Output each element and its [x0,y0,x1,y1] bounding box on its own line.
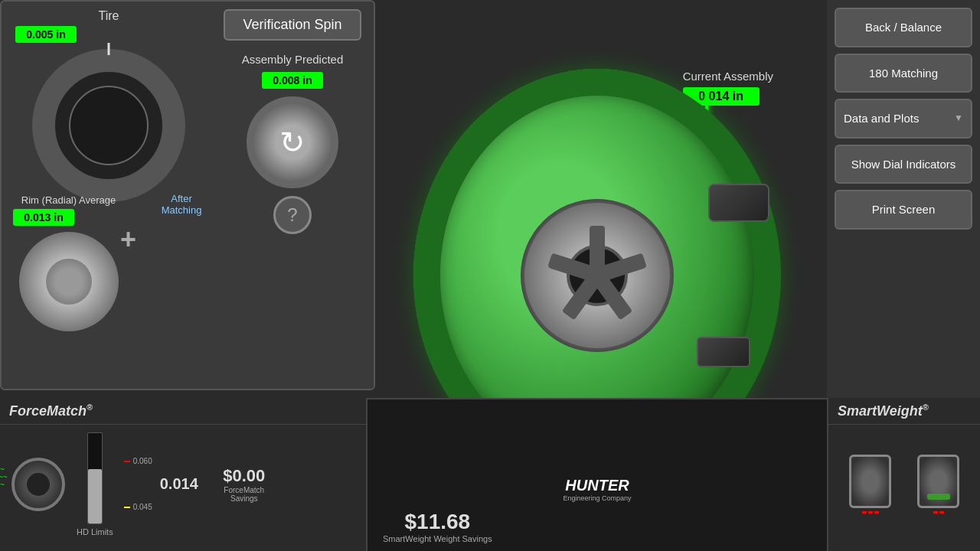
assembly-predicted-label: Assembly Predicted [220,52,365,67]
sw-tire-right [917,455,959,514]
center-bottom: HUNTER Engineering Company $11.68 SmartW… [368,398,827,551]
show-dial-indicators-button[interactable]: Show Dial Indicators [835,145,972,184]
red-dash-icon [874,511,879,514]
green-weight-indicator [927,494,950,500]
rim-value: 0.013 in [13,209,74,226]
sw-tire-left [849,455,891,514]
fm-savings-value: $0.00 [214,466,275,486]
tire-value: 0.005 in [15,26,77,43]
current-assembly-label: Current Assembly 0.014 in [683,69,773,106]
red-dash-icon [939,511,944,514]
savings-row: $11.68 SmartWeight Weight Savings [368,510,827,543]
gauge-marker-low: 0.045 [124,503,152,511]
gauge-container: HD Limits [77,432,113,536]
red-indicator-high [124,461,130,462]
hunter-logo: HUNTER Engineering Company [547,469,646,510]
verification-section: Verification Spin Assembly Predicted 0.0… [220,9,365,242]
fm-savings-label: ForceMatch Savings [214,486,275,503]
smartweight-savings-value: $11.68 [383,510,492,534]
rim-circle [19,232,119,331]
bottom-bar: ForceMatch® ~ ~~ ~ HD Limits [0,398,980,551]
gauge-bar [87,432,103,524]
tire-circle [32,49,185,202]
hd-limits-label: HD Limits [77,527,113,536]
back-balance-button[interactable]: Back / Balance [835,8,972,47]
smartweight-savings-label: SmartWeight Weight Savings [383,534,492,543]
gauge-fill [88,469,102,523]
forcematch-panel: ForceMatch® ~ ~~ ~ HD Limits [0,398,368,551]
red-dash-icon [862,511,867,514]
tire-section: Tire 0.005 in [9,9,208,208]
matching-180-button[interactable]: 180 Matching [835,54,972,93]
spinning-wheel [247,96,338,188]
smartweight-content [828,425,980,543]
forcematch-title: ForceMatch® [0,398,366,425]
data-plots-button[interactable]: Data and Plots ▼ [835,99,972,139]
smartweight-title: SmartWeight® [828,398,980,425]
yellow-indicator [124,507,130,508]
red-dashes-right [933,511,944,514]
verification-spin-button[interactable]: Verification Spin [224,9,361,41]
fm-savings: $0.00 ForceMatch Savings [214,466,275,503]
sensor-device-top [708,184,769,222]
rim-section: Rim (Radial) Average 0.013 in [13,194,124,337]
help-button[interactable]: ? [273,196,312,234]
dropdown-arrow-icon: ▼ [954,112,963,125]
plus-icon: + [120,223,136,256]
red-dash-icon [868,511,873,514]
smartweight-panel: SmartWeight® [827,398,980,551]
red-dashes-left [862,511,879,514]
sensor-device-bottom [697,337,750,367]
rim-label: Rim (Radial) Average [13,194,124,206]
print-screen-button[interactable]: Print Screen [835,190,972,230]
smartweight-savings-item: $11.68 SmartWeight Weight Savings [383,510,492,543]
red-dash-icon [933,511,938,514]
fm-value: 0.014 [160,475,198,493]
after-matching-label: After Matching [155,193,208,216]
gauge-markers: 0.060 0.045 [124,439,152,530]
rim-inner [46,259,92,305]
assembly-value: 0.008 in [262,72,323,89]
left-panel: Tire 0.005 in Rim (Radial) Average 0.013… [0,0,375,390]
forcematch-content: ~ ~~ ~ HD Limits 0.060 0.045 [0,425,366,543]
fm-wheel-display: ~ ~~ ~ [8,454,69,515]
gauge-marker-high: 0.060 [124,457,152,465]
tire-label: Tire [9,9,208,23]
